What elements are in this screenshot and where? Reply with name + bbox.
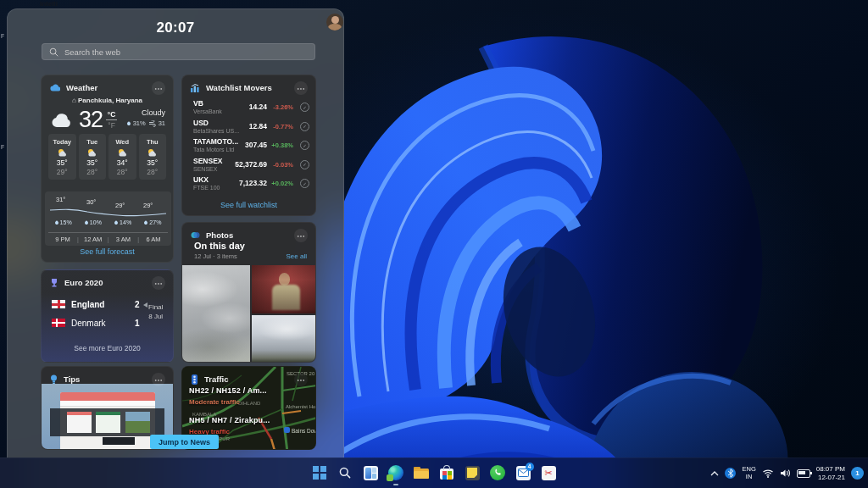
sticky-notes-button[interactable] [462,463,482,483]
battery-icon[interactable] [797,469,810,478]
snipping-tool-icon: ✂ [542,466,556,480]
widgets-button[interactable] [360,463,381,483]
tray-date: 12-07-21 [816,474,845,482]
desktop-icon-label-2: F [1,144,4,150]
widgets-panel [7,8,344,488]
mail-button[interactable]: 4 [513,463,533,483]
folder-icon [414,467,429,479]
edge-badge [387,474,393,481]
widgets-icon [364,466,378,480]
sticky-notes-icon [465,466,480,480]
volume-icon[interactable] [780,469,791,478]
desktop-icon-label-top: Intelli [40,0,58,8]
tray-clock[interactable]: 08:07 PM 12-07-21 [816,465,845,481]
tray-time: 08:07 PM [816,465,845,474]
edge-icon [388,465,403,480]
wifi-icon[interactable] [762,469,774,478]
desktop: Intelli F F 20:07 Search the web Weather… [0,0,868,488]
bluetooth-icon[interactable] [725,468,736,479]
tray-chevron-icon[interactable] [710,471,719,476]
notification-badge[interactable]: 1 [851,467,864,480]
snipping-tool-button[interactable]: ✂ [538,463,559,483]
search-icon [338,466,352,480]
windows-logo-icon [313,466,327,480]
whatsapp-button[interactable] [487,463,508,483]
whatsapp-icon [490,465,505,480]
mail-badge: 4 [526,463,534,471]
taskbar: 4 ✂ ENGIN 08:07 PM 12-07-21 1 [0,458,868,488]
store-button[interactable] [437,463,457,483]
store-icon [440,469,453,480]
taskbar-search-button[interactable] [335,463,355,483]
mail-icon: 4 [516,466,531,480]
language-indicator[interactable]: ENGIN [742,466,755,480]
start-button[interactable] [309,463,330,483]
desktop-icon-label-1: F [1,33,4,39]
edge-button[interactable] [386,463,406,483]
file-explorer-button[interactable] [411,463,431,483]
